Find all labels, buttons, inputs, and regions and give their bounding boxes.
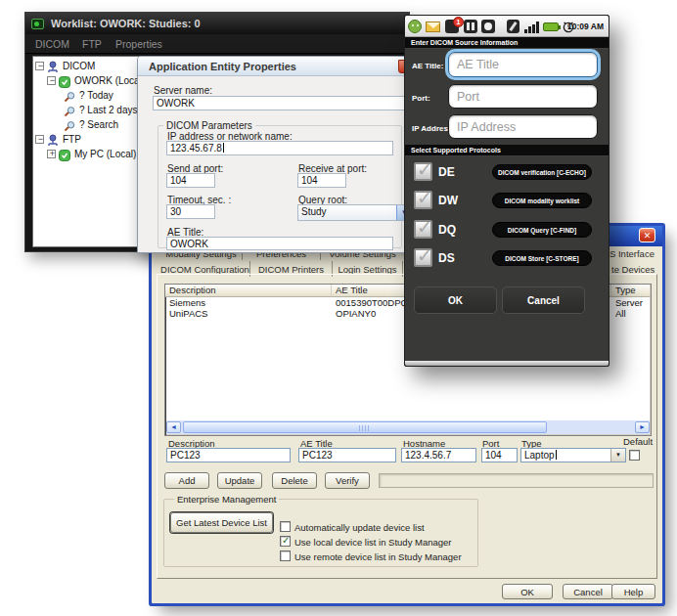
ok-button[interactable]: OK: [414, 286, 497, 314]
tree-item-label: ? Last 2 days: [79, 105, 137, 115]
tree-item-label: OWORK (Local): [74, 75, 145, 86]
collapse-icon[interactable]: [35, 62, 44, 70]
battery-icon: [543, 22, 559, 31]
query-root-select[interactable]: Study: [297, 204, 412, 221]
enterprise-group-label: Enterprise Management: [174, 494, 279, 505]
ip-address-value: 123.45.67.8: [170, 143, 222, 154]
cancel-button[interactable]: Cancel: [502, 286, 585, 314]
protocol-de-checkbox[interactable]: [414, 162, 432, 181]
scrollbar-thumb[interactable]: [183, 421, 547, 433]
protocol-ds-checkbox[interactable]: [414, 248, 432, 267]
menu-dicom[interactable]: DICOM: [35, 38, 69, 50]
ringer-icon: [507, 20, 519, 33]
menu-ftp[interactable]: FTP: [82, 38, 102, 50]
delete-button[interactable]: Delete: [272, 472, 317, 489]
port-input[interactable]: Port: [448, 84, 598, 109]
dicom-parameters-label: DICOM Parameters: [163, 120, 255, 131]
screenshot-canvas: Worklist: OWORK: Studies: 0 DICOM FTP Pr…: [0, 0, 677, 616]
tree-item-ftp[interactable]: FTP: [33, 132, 81, 147]
send-port-field[interactable]: 104: [166, 173, 215, 188]
search-query-icon: [64, 89, 76, 102]
tree-item-search[interactable]: ? Search: [33, 117, 118, 132]
server-icon: [59, 74, 71, 87]
ae-dialog-titlebar[interactable]: Application Entity Properties: [138, 57, 420, 76]
default-label: Default: [623, 436, 653, 447]
ip-address-input[interactable]: IP Address: [448, 114, 598, 139]
protocol-code: DQ: [438, 223, 456, 237]
chevron-down-icon[interactable]: [610, 449, 625, 462]
dicom-verification-button[interactable]: DICOM verification [C-ECHO]: [492, 164, 592, 180]
receive-port-field[interactable]: 104: [297, 173, 346, 188]
ip-address-field[interactable]: 123.45.67.8: [166, 141, 393, 155]
expand-icon[interactable]: [47, 150, 56, 158]
help-button[interactable]: Help: [611, 584, 655, 599]
tree-item-owork[interactable]: OWORK (Local): [33, 73, 145, 88]
tree-item-my-pc[interactable]: My PC (Local): [33, 147, 136, 161]
worklist-titlebar[interactable]: Worklist: OWORK: Studies: 0: [25, 13, 409, 34]
cancel-button[interactable]: Cancel: [563, 584, 613, 599]
ae-title-field[interactable]: PC123: [298, 448, 396, 462]
hostname-field[interactable]: 123.4.56.7: [401, 448, 476, 462]
cell-type: All: [611, 308, 651, 319]
app-icon-2: [481, 20, 495, 33]
tree-item-today[interactable]: ? Today: [33, 88, 113, 103]
tree-item-dicom[interactable]: DICOM: [33, 59, 95, 73]
protocol-dq-checkbox[interactable]: [414, 220, 432, 239]
timeout-field[interactable]: 30: [166, 204, 215, 219]
port-field[interactable]: 104: [481, 448, 518, 462]
query-root-value: Study: [301, 206, 327, 217]
worklist-menubar: DICOM FTP Properties: [25, 34, 409, 54]
dicom-worklist-button[interactable]: DICOM modality worklist: [492, 193, 592, 208]
dicom-network-icon: [47, 60, 60, 72]
verify-button[interactable]: Verify: [325, 472, 370, 489]
menu-properties[interactable]: Properties: [115, 38, 162, 50]
text-caret: [223, 143, 224, 153]
add-button[interactable]: Add: [164, 472, 209, 489]
default-checkbox[interactable]: [629, 450, 640, 461]
column-header-description[interactable]: Description: [165, 285, 332, 297]
use-local-list-label: Use local device list in Study Manager: [294, 537, 452, 548]
ae-title-field[interactable]: OWORK: [166, 237, 393, 250]
ae-title-label: AE Title:: [412, 62, 443, 70]
column-header-type[interactable]: Type: [611, 285, 651, 297]
phone-status-bar: 1 10:09 AM: [405, 16, 609, 37]
application-entity-properties-dialog: Application Entity Properties Server nam…: [137, 56, 421, 253]
worklist-title: Worklist: OWORK: Studies: 0: [51, 18, 201, 29]
type-select[interactable]: Laptop: [520, 448, 626, 462]
scroll-left-icon[interactable]: [166, 421, 181, 433]
app-icon-1: [464, 20, 477, 33]
type-select-value: Laptop: [524, 450, 555, 461]
tab-interface-fragment[interactable]: S Interface: [609, 248, 654, 259]
get-latest-device-list-button[interactable]: Get Latest Device List: [170, 512, 273, 533]
auto-update-checkbox[interactable]: [280, 521, 291, 532]
collapse-icon[interactable]: [35, 135, 44, 144]
signal-strength-icon: [524, 22, 539, 33]
tree-item-last-2-days[interactable]: ? Last 2 days: [33, 103, 137, 117]
protocol-dw-checkbox[interactable]: [414, 191, 432, 209]
dicom-store-button[interactable]: DICOM Store [C-STORE]: [492, 250, 592, 266]
text-caret: [556, 450, 557, 460]
status-clock: 10:09 AM: [567, 22, 604, 31]
ok-button[interactable]: OK: [502, 584, 553, 599]
server-icon: [59, 148, 71, 160]
use-local-list-checkbox[interactable]: [280, 536, 291, 547]
ae-title-input[interactable]: AE Title: [448, 52, 598, 77]
status-strip: [379, 473, 654, 488]
horizontal-scrollbar[interactable]: [166, 420, 650, 434]
use-remote-list-checkbox[interactable]: [280, 550, 291, 561]
server-name-field[interactable]: OWORK: [153, 96, 407, 110]
search-query-icon: [64, 118, 76, 131]
close-icon[interactable]: [639, 228, 655, 242]
ip-address-placeholder: IP Address: [457, 120, 516, 134]
description-field[interactable]: PC123: [166, 448, 291, 462]
dicom-query-button[interactable]: DICOM Query [C-FIND]: [492, 222, 592, 238]
scroll-right-icon[interactable]: [635, 421, 650, 433]
collapse-icon[interactable]: [47, 76, 56, 85]
auto-update-label: Automatically update device list: [294, 522, 425, 533]
port-placeholder: Port: [457, 90, 479, 104]
ftp-network-icon: [47, 133, 60, 146]
tree-item-label: ? Today: [79, 90, 113, 101]
dicom-source-header: Enter DICOM Source Information: [405, 37, 609, 49]
worklist-tree-panel: DICOM OWORK (Local) ? Today ? Last 2 day…: [32, 56, 148, 247]
update-button[interactable]: Update: [217, 472, 262, 489]
